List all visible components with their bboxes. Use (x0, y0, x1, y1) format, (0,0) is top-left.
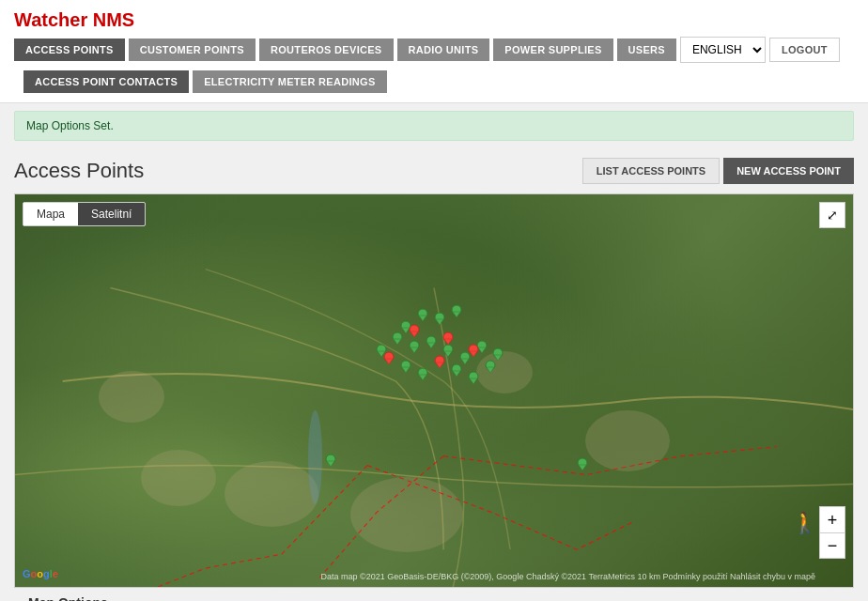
map-tab-mapa[interactable]: Mapa (23, 203, 78, 225)
map-attribution: Data map ©2021 GeoBasis-DE/BKG (©2009), … (321, 572, 815, 581)
map-container[interactable]: Mapa Satelitní ⤢ (14, 193, 854, 588)
urban-patch (141, 450, 216, 506)
map-fullscreen-button[interactable]: ⤢ (819, 202, 845, 228)
map-marker-red[interactable] (409, 324, 420, 339)
nav-routeros-devices[interactable]: ROUTEROS DEVICES (259, 39, 394, 61)
header: Watcher NMS ACCESS POINTS CUSTOMER POINT… (0, 0, 868, 103)
logo-text-watcher: Watcher (14, 9, 87, 30)
map-marker-green[interactable] (409, 340, 420, 355)
svg-marker-43 (444, 339, 452, 345)
map-marker-red[interactable] (434, 355, 445, 370)
action-buttons: LIST ACCESS POINTS NEW ACCESS POINT (582, 158, 854, 184)
map-options-section[interactable]: Map Options (14, 588, 854, 601)
svg-marker-9 (444, 351, 452, 357)
map-marker-green[interactable] (325, 454, 336, 469)
svg-marker-19 (419, 375, 426, 380)
svg-marker-45 (327, 461, 334, 467)
map-tabs: Mapa Satelitní (23, 202, 146, 226)
svg-marker-29 (453, 312, 460, 317)
logout-button[interactable]: LOGOUT (769, 38, 840, 62)
svg-marker-23 (470, 378, 477, 384)
main-nav: ACCESS POINTS CUSTOMER POINTS ROUTEROS D… (14, 37, 840, 63)
language-select[interactable]: ENGLISH (680, 37, 766, 63)
urban-patch (350, 477, 463, 552)
svg-marker-25 (487, 367, 494, 373)
urban-patch (99, 371, 164, 423)
svg-marker-15 (494, 355, 502, 361)
map-options-label: Map Options (28, 595, 108, 601)
map-marker-green[interactable] (451, 363, 462, 378)
nav-electricity-meter[interactable]: ELECTRICITY METER READINGS (193, 70, 386, 93)
svg-marker-17 (402, 367, 410, 373)
map-zoom-controls: + − (819, 506, 845, 559)
nav-power-supplies[interactable]: POWER SUPPLIES (493, 39, 612, 61)
page-title: Access Points (14, 159, 144, 183)
map-marker-green[interactable] (434, 312, 445, 327)
svg-marker-31 (419, 316, 426, 321)
svg-marker-3 (394, 339, 401, 345)
map-zoom-in-button[interactable]: + (819, 506, 845, 532)
logo-text-nms: NMS (93, 9, 134, 30)
urban-patch (225, 461, 318, 527)
alert-bar: Map Options Set. (14, 111, 854, 141)
alert-message: Map Options Set. (26, 119, 114, 132)
svg-marker-47 (579, 465, 586, 470)
svg-marker-37 (436, 362, 443, 368)
map-marker-green[interactable] (426, 335, 437, 350)
map-tab-satelitni[interactable]: Satelitní (78, 203, 145, 225)
new-access-point-button[interactable]: NEW ACCESS POINT (723, 158, 854, 184)
map-marker-green[interactable] (468, 371, 479, 386)
app-logo: Watcher NMS (14, 9, 134, 31)
svg-marker-27 (436, 319, 443, 325)
google-logo: Google (23, 568, 58, 579)
map-marker-green[interactable] (417, 308, 428, 323)
map-marker-red[interactable] (442, 331, 454, 347)
secondary-nav: ACCESS POINT CONTACTS ELECTRICITY METER … (23, 70, 854, 93)
urban-patch (585, 410, 670, 471)
map-marker-green[interactable] (451, 304, 462, 319)
nav-customer-points[interactable]: CUSTOMER POINTS (129, 39, 256, 61)
svg-marker-39 (470, 351, 477, 357)
svg-marker-7 (427, 343, 435, 348)
svg-marker-21 (453, 371, 460, 377)
map-marker-green[interactable] (417, 367, 428, 382)
nav-access-point-contacts[interactable]: ACCESS POINT CONTACTS (23, 70, 189, 93)
fullscreen-icon: ⤢ (827, 208, 838, 223)
list-access-points-button[interactable]: LIST ACCESS POINTS (582, 158, 720, 184)
nav-access-points[interactable]: ACCESS POINTS (14, 39, 125, 61)
svg-marker-35 (385, 359, 393, 364)
map-marker-green[interactable] (577, 457, 588, 472)
map-zoom-out-button[interactable]: − (819, 532, 845, 559)
svg-marker-41 (411, 331, 418, 337)
section-header: Access Points LIST ACCESS POINTS NEW ACC… (14, 158, 854, 184)
svg-marker-11 (461, 359, 469, 364)
map-marker-green[interactable] (400, 360, 411, 375)
map-marker-red[interactable] (468, 344, 479, 359)
main-content: Access Points LIST ACCESS POINTS NEW ACC… (0, 148, 868, 601)
map-marker-red[interactable] (383, 351, 395, 366)
nav-radio-units[interactable]: RADIO UNITS (397, 39, 490, 61)
map-marker-green[interactable] (485, 360, 496, 375)
nav-users[interactable]: USERS (617, 39, 676, 61)
svg-marker-13 (478, 347, 486, 353)
svg-marker-5 (411, 347, 418, 353)
map-person-icon: 🚶 (792, 511, 817, 535)
